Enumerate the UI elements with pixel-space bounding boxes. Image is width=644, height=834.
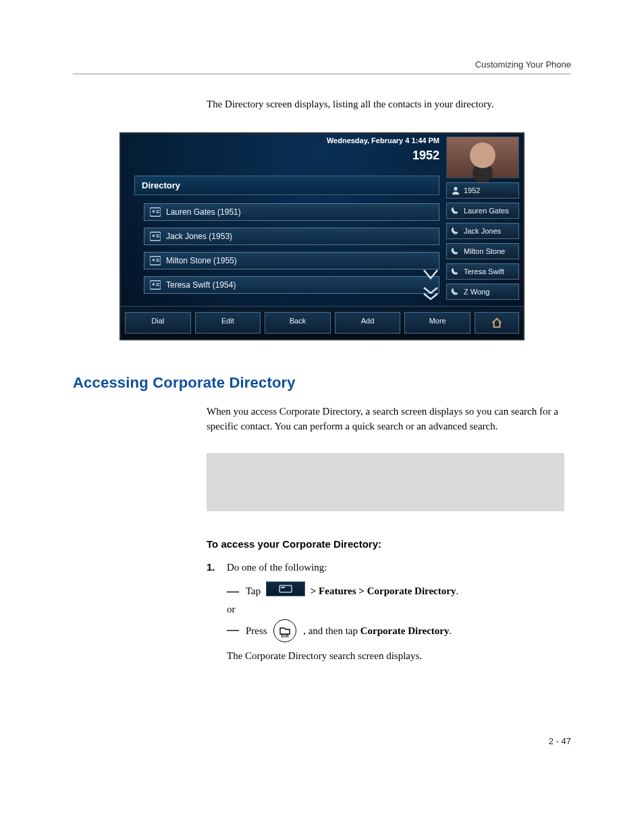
svg-rect-18 (281, 587, 285, 588)
svg-rect-7 (156, 234, 159, 235)
corporate-directory-label: Corporate Directory (360, 625, 450, 636)
phone-arrow-icon (451, 287, 460, 296)
substep-text: Tap (246, 585, 261, 596)
side-label: 1952 (464, 186, 480, 194)
substep-text: Press (246, 625, 267, 636)
side-contact[interactable]: Teresa Swift (446, 263, 519, 280)
side-label: Jack Jones (464, 227, 501, 235)
double-chevron-down-icon[interactable] (422, 286, 439, 301)
page-number: 2 - 47 (73, 736, 571, 746)
menu-softkey-icon (266, 581, 305, 596)
or-separator: or (227, 604, 564, 615)
svg-rect-3 (156, 210, 159, 211)
step-1: 1. Do one of the following: (207, 559, 564, 575)
substep-press: — Press DIR , and then tap Corporate Dir… (227, 618, 564, 641)
svg-point-6 (153, 234, 155, 237)
svg-rect-17 (279, 585, 292, 592)
dash-bullet: — (227, 619, 239, 640)
phone-sidebar: 1952 Lauren Gates Jack Jones Milton Ston… (446, 182, 519, 300)
directory-entry[interactable]: Lauren Gates (1951) (144, 203, 439, 221)
phone-screenshot: Wednesday, February 4 1:44 PM 1952 1952 … (119, 132, 525, 340)
svg-rect-4 (156, 212, 159, 213)
side-label: Milton Stone (464, 247, 505, 255)
note-placeholder (207, 453, 564, 511)
softkey-add[interactable]: Add (335, 312, 401, 334)
svg-point-10 (153, 259, 155, 261)
running-header: Customizing Your Phone (73, 59, 571, 74)
directory-list: Lauren Gates (1951) Jack Jones (1953) Mi… (144, 203, 439, 294)
softkey-edit[interactable]: Edit (195, 312, 261, 334)
home-icon (491, 317, 503, 329)
step-text: Do one of the following: (227, 559, 327, 575)
directory-entry-label: Lauren Gates (1951) (166, 207, 241, 217)
softkey-more[interactable]: More (404, 312, 471, 334)
chevron-down-icon[interactable] (422, 267, 439, 282)
step-number: 1. (207, 559, 219, 575)
svg-rect-12 (156, 261, 159, 261)
svg-rect-11 (156, 259, 159, 259)
directory-entry-label: Teresa Swift (1954) (166, 280, 236, 290)
dash-bullet: — (227, 581, 239, 602)
phone-arrow-icon (451, 206, 460, 215)
dir-key-label: DIR (281, 633, 290, 640)
contact-card-icon (150, 256, 161, 265)
phone-arrow-icon (451, 246, 460, 256)
phone-arrow-icon (451, 267, 460, 276)
side-self-line[interactable]: 1952 (446, 182, 519, 199)
nav-path: > Features > Corporate Directory (311, 585, 456, 596)
contact-card-icon (150, 280, 161, 290)
directory-entry[interactable]: Milton Stone (1955) (144, 252, 439, 269)
directory-entry-label: Jack Jones (1953) (166, 232, 232, 241)
intro-paragraph: The Directory screen displays, listing a… (207, 97, 564, 112)
side-contact[interactable]: Jack Jones (446, 223, 519, 239)
directory-entry[interactable]: Teresa Swift (1954) (144, 276, 439, 294)
side-label: Lauren Gates (464, 207, 509, 215)
svg-point-14 (153, 283, 155, 286)
softkey-bar: Dial Edit Back Add More (121, 306, 523, 339)
side-label: Teresa Swift (464, 267, 504, 276)
avatar (446, 136, 519, 178)
svg-rect-16 (156, 285, 159, 286)
softkey-back[interactable]: Back (265, 312, 331, 334)
substep-tap: — Tap > Features > Corporate Directory. (227, 581, 564, 602)
substep-text: , and then tap (303, 625, 360, 636)
directory-title: Directory (134, 176, 439, 195)
directory-entry[interactable]: Jack Jones (1953) (144, 228, 439, 245)
result-text: The Corporate Directory search screen di… (227, 650, 564, 662)
home-button[interactable] (475, 312, 519, 334)
directory-entry-label: Milton Stone (1955) (166, 256, 237, 265)
side-contact[interactable]: Lauren Gates (446, 203, 519, 219)
svg-point-0 (454, 187, 457, 190)
softkey-dial[interactable]: Dial (125, 312, 191, 334)
svg-rect-8 (156, 236, 159, 237)
phone-extension: 1952 (412, 149, 439, 163)
contact-card-icon (150, 232, 161, 241)
directory-hardkey-icon: DIR (273, 619, 296, 642)
side-contact[interactable]: Z Wong (446, 284, 519, 300)
person-icon (451, 186, 460, 195)
svg-rect-15 (156, 283, 159, 284)
contact-card-icon (150, 207, 161, 217)
phone-arrow-icon (451, 226, 460, 236)
svg-point-2 (153, 210, 155, 213)
side-label: Z Wong (464, 288, 489, 296)
section-heading: Accessing Corporate Directory (73, 374, 571, 392)
scroll-arrows[interactable] (422, 267, 439, 301)
section-paragraph: When you access Corporate Directory, a s… (207, 404, 564, 434)
side-contact[interactable]: Milton Stone (446, 243, 519, 259)
procedure-heading: To access your Corporate Directory: (207, 538, 564, 550)
